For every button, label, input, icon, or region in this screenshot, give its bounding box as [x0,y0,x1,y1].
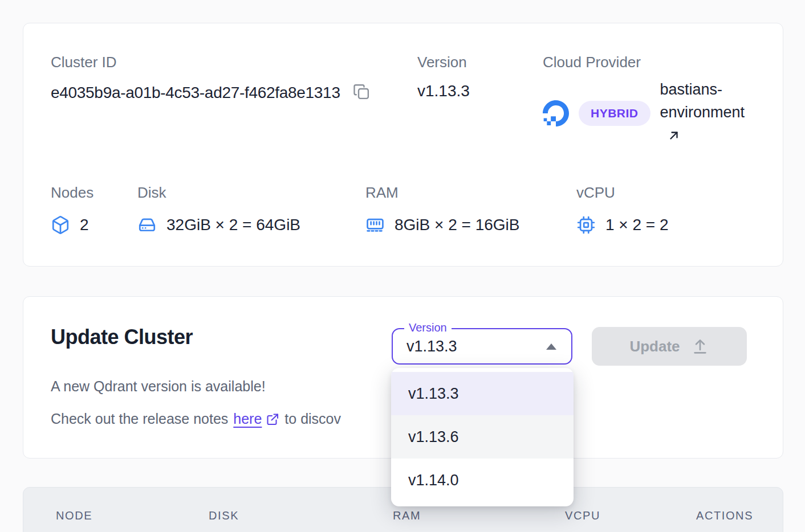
stat-vcpu: vCPU 1 × 2 = 2 [576,184,669,235]
version-select-label: Version [404,321,452,334]
update-button[interactable]: Update [592,327,747,366]
disk-value: 32GiB × 2 = 64GiB [166,216,300,234]
external-link-icon [266,412,279,426]
cube-icon [51,215,70,235]
cluster-detail-page: { "colors": { "accent_purple": "#5d43e8"… [0,0,805,532]
cpu-icon [576,215,596,235]
version-label: Version [417,54,467,71]
update-cluster-title: Update Cluster [51,325,193,349]
stat-ram: RAM 8GiB × 2 = 16GiB [365,184,519,235]
update-button-label: Update [629,338,680,355]
ram-value: 8GiB × 2 = 16GiB [395,216,519,234]
version-option-2[interactable]: v1.13.6 [391,415,574,459]
disk-label: Disk [137,184,300,202]
stat-disk: Disk 32GiB × 2 = 64GiB [137,184,300,235]
cloud-provider-label: Cloud Provider [543,54,641,71]
release-notes-line: Check out the release notes here to disc… [51,411,341,427]
caret-up-icon [546,343,556,350]
digitalocean-logo [543,100,569,126]
table-header-vcpu: VCPU [565,509,600,522]
upload-icon [691,337,709,355]
release-notes-link[interactable]: here [233,411,279,427]
cluster-id-value: e4035b9a-a01b-4c53-ad27-f462fa8e1313 [51,84,340,102]
hybrid-badge: HYBRID [579,101,650,126]
table-header-node: NODE [56,509,92,522]
nodes-label: Nodes [51,184,93,202]
arrow-up-right-icon [667,126,762,149]
version-option-3[interactable]: v1.14.0 [391,459,574,502]
release-notes-suffix: to discov [284,411,341,427]
vcpu-label: vCPU [576,184,669,202]
table-header-disk: DISK [209,509,239,522]
stat-nodes: Nodes 2 [51,184,93,235]
cloud-provider-row: HYBRID bastians-environment [543,78,762,149]
table-header-ram: RAM [393,509,421,522]
release-notes-link-text: here [233,411,262,427]
environment-link[interactable]: bastians-environment [660,78,762,149]
table-header-actions: ACTIONS [696,509,753,522]
memory-icon [365,215,385,235]
cluster-overview-card: Cluster ID e4035b9a-a01b-4c53-ad27-f462f… [23,23,783,267]
nodes-value: 2 [80,216,89,234]
version-dropdown-menu: v1.13.3 v1.13.6 v1.14.0 [391,368,574,506]
version-value: v1.13.3 [417,82,470,100]
version-option-1[interactable]: v1.13.3 [391,372,574,415]
cluster-id-label: Cluster ID [51,54,117,71]
copy-cluster-id-button[interactable] [352,82,371,103]
hard-drive-icon [137,215,157,235]
cluster-id-row: e4035b9a-a01b-4c53-ad27-f462fa8e1313 [51,82,371,103]
vcpu-value: 1 × 2 = 2 [605,216,669,234]
update-message: A new Qdrant version is available! [51,378,266,395]
version-select[interactable]: Version v1.13.3 [392,328,572,365]
environment-name: bastians-environment [660,81,745,121]
copy-icon [353,83,370,102]
release-notes-prefix: Check out the release notes [51,411,228,427]
ram-label: RAM [365,184,519,202]
version-select-value: v1.13.3 [406,338,457,355]
